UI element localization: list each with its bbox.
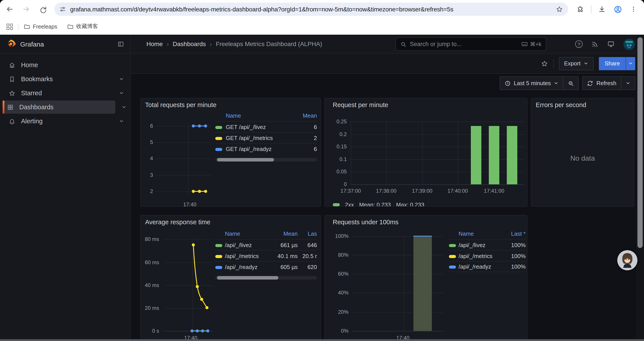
sidebar-item-home[interactable]: Home	[0, 58, 130, 72]
help-icon[interactable]: ?	[575, 40, 582, 48]
legend-col-mean[interactable]: Mean	[270, 230, 298, 237]
legend-row[interactable]: GET /api/_/livez 6	[215, 121, 317, 132]
sidebar-item-alerting[interactable]: Alerting	[0, 115, 130, 128]
panel-title[interactable]: Average response time	[145, 219, 210, 226]
search-input[interactable]: ⌘+k	[396, 37, 546, 51]
legend-row[interactable]: GET /api/_/readyz 6	[215, 143, 317, 154]
chevron-down-icon[interactable]	[119, 76, 124, 82]
profile-icon[interactable]	[612, 4, 623, 15]
y-tick: 0.15	[328, 143, 347, 150]
bookmark-folder-label: 收藏博客	[76, 23, 98, 30]
panel-title[interactable]: Errors per second	[536, 101, 586, 108]
toolbar-separator	[591, 6, 592, 13]
series-color-chip	[449, 255, 456, 258]
grafana-header: Home › Dashboards › Freeleaps Metrics Da…	[131, 35, 644, 54]
y-tick: 0.1	[328, 156, 347, 163]
legend-row[interactable]: /api/_/livez 661 µs 646	[215, 239, 317, 250]
panel-title[interactable]: Total requests per minute	[145, 101, 216, 108]
sidebar-item-label: Home	[21, 62, 38, 69]
legend-scrollbar[interactable]	[215, 158, 317, 162]
chevron-down-icon[interactable]	[122, 104, 127, 110]
bookmark-icon	[9, 76, 15, 82]
share-button[interactable]: Share	[599, 57, 626, 70]
dock-sidebar-icon[interactable]	[118, 41, 124, 47]
grafana-logo-icon[interactable]	[6, 39, 16, 49]
tune-icon[interactable]	[60, 6, 66, 12]
legend-row[interactable]: /api/_/metrics 100%	[449, 250, 526, 261]
keyboard-icon	[521, 41, 528, 47]
sidebar-item-label: Bookmarks	[21, 76, 53, 83]
search-shortcut: ⌘+k	[521, 41, 542, 47]
bookmark-folder-freeleaps[interactable]: Freeleaps	[24, 23, 57, 30]
refresh-label: Refresh	[596, 80, 616, 87]
bar-under-100ms[interactable]	[414, 237, 432, 331]
menu-dots-icon[interactable]	[628, 4, 639, 15]
page-scrollbar[interactable]	[636, 35, 644, 341]
legend-col-name[interactable]: Name	[458, 230, 503, 237]
panel-avg-response-time: Average response time 80 ms 60 ms 40 ms …	[140, 215, 321, 341]
bookmark-star-icon[interactable]	[556, 6, 563, 13]
bookmark-folder-blogs[interactable]: 收藏博客	[67, 23, 98, 30]
refresh-button[interactable]: Refresh	[583, 77, 621, 90]
legend-col-last[interactable]: Las	[298, 230, 317, 237]
legend-col-name[interactable]: Name	[225, 230, 270, 237]
url-text[interactable]: grafana.mathmast.com/d/deytv4rwavabkb/fr…	[70, 6, 453, 13]
scrollbar-thumb[interactable]	[638, 37, 643, 248]
legend-row[interactable]: /api/_/readyz 100%	[449, 261, 526, 272]
y-tick: 4	[142, 155, 153, 162]
brand-name[interactable]: Grafana	[20, 40, 44, 48]
y-tick: 0	[328, 181, 347, 188]
share-dropdown-button[interactable]	[626, 57, 635, 70]
legend-row[interactable]: /api/_/readyz 605 µs 620	[215, 261, 317, 272]
floating-assistant-avatar[interactable]	[617, 250, 638, 270]
sidebar-item-dashboards[interactable]: Dashboards	[3, 101, 115, 114]
y-tick: 0.2	[328, 131, 347, 138]
legend-row[interactable]: /api/_/metrics 40.1 ms 20.5 r	[215, 250, 317, 261]
zoom-out-icon	[568, 80, 574, 86]
legend-col-name[interactable]: Name	[226, 112, 295, 119]
dashboards-grid-icon	[7, 104, 14, 110]
legend-row[interactable]: GET /api/_/metrics 2	[215, 132, 317, 143]
bar-2xx[interactable]	[489, 126, 499, 184]
rss-icon[interactable]	[592, 41, 598, 48]
legend-row[interactable]: /api/_/livez 100%	[449, 239, 526, 250]
y-tick: 80%	[328, 251, 348, 258]
breadcrumb-dashboards[interactable]: Dashboards	[173, 40, 206, 47]
bar-top-line	[414, 236, 432, 237]
legend-col-mean[interactable]: Mean	[295, 112, 317, 119]
chevron-down-icon[interactable]	[119, 90, 124, 96]
zoom-out-button[interactable]	[564, 77, 578, 90]
extensions-icon[interactable]	[575, 4, 586, 15]
bottom-scroll-strip[interactable]	[0, 339, 644, 341]
legend-max: Max: 0.233	[396, 201, 424, 207]
legend-inline[interactable]: 2xx Mean: 0.233 Max: 0.233	[333, 201, 424, 207]
download-icon[interactable]	[597, 4, 607, 15]
search-field[interactable]	[410, 41, 493, 47]
user-avatar[interactable]	[624, 38, 635, 50]
bar-2xx[interactable]	[507, 126, 517, 184]
back-icon[interactable]	[4, 4, 15, 15]
series-color-chip	[333, 203, 340, 206]
export-button[interactable]: Export	[559, 57, 594, 70]
bar-2xx[interactable]	[471, 126, 481, 184]
sidebar-item-starred[interactable]: Starred	[0, 87, 130, 100]
panel-title[interactable]: Request per minute	[333, 101, 388, 108]
legend-col-last[interactable]: Last *	[503, 230, 526, 237]
refresh-interval-dropdown[interactable]	[621, 77, 635, 90]
x-tick: 17:39:00	[408, 187, 436, 194]
panel-request-per-minute: Request per minute 0.25 0.2 0.15 0.1 0.0…	[324, 98, 528, 207]
monitor-icon[interactable]	[607, 40, 615, 48]
apps-grid-icon[interactable]	[6, 24, 13, 30]
browser-toolbar: grafana.mathmast.com/d/deytv4rwavabkb/fr…	[0, 0, 644, 19]
sidebar-item-bookmarks[interactable]: Bookmarks	[0, 72, 130, 86]
chevron-down-icon[interactable]	[119, 119, 124, 124]
address-bar[interactable]: grafana.mathmast.com/d/deytv4rwavabkb/fr…	[54, 3, 568, 16]
favorite-star-icon[interactable]	[541, 60, 548, 67]
time-range-picker[interactable]: Last 5 minutes	[500, 77, 563, 90]
panel-title[interactable]: Requests under 100ms	[333, 219, 398, 226]
legend-scrollbar[interactable]	[215, 276, 317, 279]
time-controls: Last 5 minutes Refresh	[131, 74, 644, 93]
star-icon	[9, 90, 15, 96]
breadcrumb-home[interactable]: Home	[146, 40, 163, 47]
reload-icon[interactable]	[38, 4, 48, 15]
